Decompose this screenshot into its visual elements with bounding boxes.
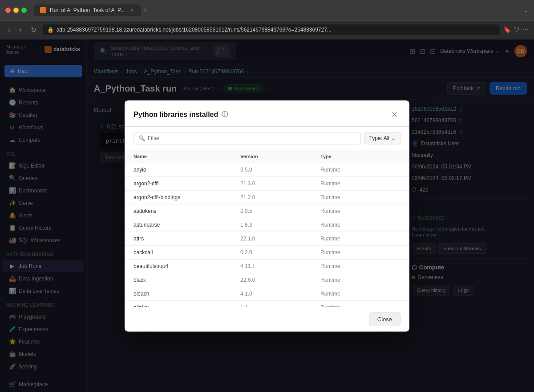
lib-name: asttokens: [134, 208, 240, 214]
maximize-traffic-light[interactable]: [21, 8, 27, 13]
python-libraries-modal: Python libraries installed ⓘ ✕ 🔍 Type: A…: [125, 100, 409, 332]
forward-button[interactable]: ›: [16, 25, 24, 35]
browser-navbar: ‹ › ↻ 🔒 adb-2548836972759138.18.azuredat…: [0, 20, 534, 39]
modal-header: Python libraries installed ⓘ ✕: [125, 100, 409, 127]
lib-name: anyio: [134, 167, 240, 173]
lib-version: 1.6.3: [240, 222, 320, 228]
shield-icon[interactable]: 🛡: [514, 26, 520, 33]
type-filter-chevron: ⌄: [391, 135, 396, 141]
modal-title-text: Python libraries installed: [134, 111, 218, 119]
table-row: blinker 1.4 Runtime: [125, 301, 409, 307]
table-header: Name Version Type: [125, 150, 409, 163]
modal-filter-input[interactable]: [148, 135, 356, 141]
lib-type: Runtime: [320, 208, 400, 214]
lib-version: 4.11.1: [240, 263, 320, 269]
lib-version: 0.2.0: [240, 249, 320, 256]
back-button[interactable]: ‹: [5, 25, 13, 35]
table-row: beautifulsoup4 4.11.1 Runtime: [125, 260, 409, 273]
lib-type: Runtime: [320, 263, 400, 269]
address-text: adb-2548836972759138.18.azuredatabricks.…: [57, 27, 495, 33]
address-lock-icon: 🔒: [47, 27, 54, 33]
col-header-name: Name: [134, 154, 240, 159]
lib-type: Runtime: [320, 236, 400, 242]
browser-titlebar: Run of A_Python_Task of A_P... ✕ + ⌄: [0, 0, 534, 20]
modal-info-icon: ⓘ: [222, 111, 228, 119]
tab-chevron-icon: ⌄: [523, 7, 529, 14]
tab-label: Run of A_Python_Task of A_P...: [50, 7, 125, 13]
lib-version: 22.6.0: [240, 277, 320, 283]
lib-type: Runtime: [320, 167, 400, 173]
lib-version: 4.1.0: [240, 291, 320, 297]
address-bar[interactable]: 🔒 adb-2548836972759138.18.azuredatabrick…: [43, 24, 500, 35]
reload-button[interactable]: ↻: [28, 25, 39, 35]
menu-icon[interactable]: ⋯: [522, 26, 529, 33]
lib-name: argon2-cffi: [134, 180, 240, 187]
minimize-traffic-light[interactable]: [13, 8, 19, 13]
table-row: argon2-cffi-bindings 21.2.0 Runtime: [125, 191, 409, 204]
tab-close-icon[interactable]: ✕: [129, 7, 135, 13]
modal-overlay: Python libraries installed ⓘ ✕ 🔍 Type: A…: [0, 40, 534, 392]
modal-title: Python libraries installed ⓘ: [134, 111, 228, 119]
lib-version: 3.5.0: [240, 167, 320, 173]
lib-name: argon2-cffi-bindings: [134, 194, 240, 200]
col-header-version: Version: [240, 154, 320, 159]
lib-name: beautifulsoup4: [134, 263, 240, 269]
library-rows: anyio 3.5.0 Runtime argon2-cffi 21.3.0 R…: [125, 163, 409, 307]
traffic-lights: [5, 8, 27, 13]
lib-name: attrs: [134, 236, 240, 242]
browser-chrome: Run of A_Python_Task of A_P... ✕ + ⌄ ‹ ›…: [0, 0, 534, 39]
lib-type: Runtime: [320, 291, 400, 297]
lib-version: 2.0.5: [240, 208, 320, 214]
lib-version: 22.1.0: [240, 236, 320, 242]
lib-name: backcall: [134, 249, 240, 256]
modal-search-input[interactable]: 🔍: [134, 132, 361, 144]
type-filter-dropdown[interactable]: Type: All ⌄: [364, 132, 400, 144]
lib-name: black: [134, 277, 240, 283]
lib-name: bleach: [134, 291, 240, 297]
table-row: black 22.6.0 Runtime: [125, 273, 409, 287]
lib-type: Runtime: [320, 222, 400, 228]
nav-actions: 🔖 🛡 ⋯: [503, 26, 529, 33]
tab-bar: Run of A_Python_Task of A_P... ✕ + ⌄: [34, 4, 529, 16]
lib-type: Runtime: [320, 249, 400, 256]
lib-version: 21.3.0: [240, 180, 320, 187]
lib-version: 21.2.0: [240, 194, 320, 200]
modal-search-icon: 🔍: [138, 135, 145, 141]
new-tab-button[interactable]: +: [143, 6, 148, 15]
col-header-type: Type: [320, 154, 400, 159]
modal-table: Name Version Type anyio 3.5.0 Runtime ar…: [125, 150, 409, 307]
modal-footer: Close: [125, 307, 409, 332]
close-traffic-light[interactable]: [5, 8, 11, 13]
bookmark-icon[interactable]: 🔖: [503, 26, 511, 33]
table-row: backcall 0.2.0 Runtime: [125, 246, 409, 260]
table-row: asttokens 2.0.5 Runtime: [125, 204, 409, 218]
table-row: attrs 22.1.0 Runtime: [125, 232, 409, 246]
table-row: anyio 3.5.0 Runtime: [125, 163, 409, 177]
modal-close-btn[interactable]: Close: [369, 312, 400, 326]
browser-tab-active[interactable]: Run of A_Python_Task of A_P... ✕: [34, 4, 141, 16]
table-row: astunparse 1.6.3 Runtime: [125, 218, 409, 232]
type-filter-label: Type: All: [369, 135, 389, 141]
modal-close-button[interactable]: ✕: [388, 108, 400, 121]
lib-type: Runtime: [320, 180, 400, 187]
tab-favicon: [40, 7, 46, 13]
table-row: argon2-cffi 21.3.0 Runtime: [125, 177, 409, 191]
lib-type: Runtime: [320, 194, 400, 200]
lib-type: Runtime: [320, 277, 400, 283]
modal-search-bar: 🔍 Type: All ⌄: [125, 127, 409, 150]
table-row: bleach 4.1.0 Runtime: [125, 287, 409, 301]
lib-name: astunparse: [134, 222, 240, 228]
